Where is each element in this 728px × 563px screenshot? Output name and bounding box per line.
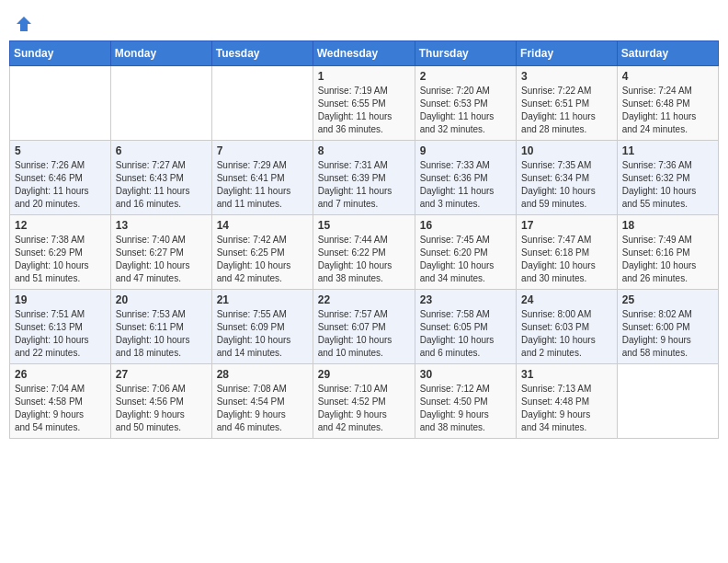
calendar-header-saturday: Saturday xyxy=(617,41,718,66)
header xyxy=(9,9,719,33)
day-info: Sunrise: 7:04 AM Sunset: 4:58 PM Dayligh… xyxy=(15,383,106,434)
calendar-cell: 25Sunrise: 8:02 AM Sunset: 6:00 PM Dayli… xyxy=(617,290,718,364)
logo-icon xyxy=(15,15,33,33)
calendar-cell: 11Sunrise: 7:36 AM Sunset: 6:32 PM Dayli… xyxy=(617,141,718,215)
calendar-cell: 23Sunrise: 7:58 AM Sunset: 6:05 PM Dayli… xyxy=(415,290,516,364)
calendar-cell: 17Sunrise: 7:47 AM Sunset: 6:18 PM Dayli… xyxy=(517,215,618,290)
day-number: 22 xyxy=(318,293,410,306)
calendar-cell: 4Sunrise: 7:24 AM Sunset: 6:48 PM Daylig… xyxy=(617,66,718,141)
calendar-week-3: 12Sunrise: 7:38 AM Sunset: 6:29 PM Dayli… xyxy=(10,215,719,290)
day-number: 19 xyxy=(15,293,106,306)
day-info: Sunrise: 7:19 AM Sunset: 6:55 PM Dayligh… xyxy=(318,85,410,136)
day-info: Sunrise: 7:47 AM Sunset: 6:18 PM Dayligh… xyxy=(521,234,612,285)
day-number: 26 xyxy=(15,368,106,381)
day-info: Sunrise: 7:57 AM Sunset: 6:07 PM Dayligh… xyxy=(318,308,410,360)
calendar-cell: 2Sunrise: 7:20 AM Sunset: 6:53 PM Daylig… xyxy=(415,66,516,141)
calendar-cell xyxy=(617,364,718,439)
calendar-cell: 16Sunrise: 7:45 AM Sunset: 6:20 PM Dayli… xyxy=(415,215,516,290)
calendar-cell: 9Sunrise: 7:33 AM Sunset: 6:36 PM Daylig… xyxy=(415,141,516,215)
calendar-cell: 1Sunrise: 7:19 AM Sunset: 6:55 PM Daylig… xyxy=(313,66,415,141)
calendar-cell: 22Sunrise: 7:57 AM Sunset: 6:07 PM Dayli… xyxy=(313,290,415,364)
day-number: 10 xyxy=(521,144,612,157)
day-number: 27 xyxy=(116,368,207,381)
day-info: Sunrise: 7:53 AM Sunset: 6:11 PM Dayligh… xyxy=(116,308,207,360)
day-number: 21 xyxy=(217,293,308,306)
day-info: Sunrise: 7:51 AM Sunset: 6:13 PM Dayligh… xyxy=(15,308,106,360)
calendar-cell: 31Sunrise: 7:13 AM Sunset: 4:48 PM Dayli… xyxy=(517,364,618,439)
day-info: Sunrise: 7:36 AM Sunset: 6:32 PM Dayligh… xyxy=(622,159,713,211)
day-number: 18 xyxy=(622,219,713,232)
day-number: 24 xyxy=(521,293,612,306)
day-info: Sunrise: 7:26 AM Sunset: 6:46 PM Dayligh… xyxy=(15,159,106,211)
calendar-cell: 5Sunrise: 7:26 AM Sunset: 6:46 PM Daylig… xyxy=(10,141,111,215)
day-info: Sunrise: 7:29 AM Sunset: 6:41 PM Dayligh… xyxy=(217,159,308,211)
day-info: Sunrise: 7:10 AM Sunset: 4:52 PM Dayligh… xyxy=(318,383,410,434)
calendar-cell: 21Sunrise: 7:55 AM Sunset: 6:09 PM Dayli… xyxy=(211,290,313,364)
calendar-header-thursday: Thursday xyxy=(415,41,516,66)
svg-marker-0 xyxy=(17,17,31,31)
day-info: Sunrise: 7:55 AM Sunset: 6:09 PM Dayligh… xyxy=(217,308,308,360)
calendar-cell: 19Sunrise: 7:51 AM Sunset: 6:13 PM Dayli… xyxy=(10,290,111,364)
calendar-cell: 27Sunrise: 7:06 AM Sunset: 4:56 PM Dayli… xyxy=(110,364,211,439)
calendar-cell: 6Sunrise: 7:27 AM Sunset: 6:43 PM Daylig… xyxy=(110,141,211,215)
day-info: Sunrise: 7:24 AM Sunset: 6:48 PM Dayligh… xyxy=(622,85,713,136)
day-info: Sunrise: 7:31 AM Sunset: 6:39 PM Dayligh… xyxy=(318,159,410,211)
calendar-cell: 29Sunrise: 7:10 AM Sunset: 4:52 PM Dayli… xyxy=(313,364,415,439)
day-number: 7 xyxy=(217,144,308,157)
calendar-week-5: 26Sunrise: 7:04 AM Sunset: 4:58 PM Dayli… xyxy=(10,364,719,439)
day-number: 23 xyxy=(420,293,511,306)
calendar-cell: 30Sunrise: 7:12 AM Sunset: 4:50 PM Dayli… xyxy=(415,364,516,439)
day-number: 2 xyxy=(420,70,511,83)
day-info: Sunrise: 7:38 AM Sunset: 6:29 PM Dayligh… xyxy=(15,234,106,285)
calendar-cell: 24Sunrise: 8:00 AM Sunset: 6:03 PM Dayli… xyxy=(517,290,618,364)
calendar-week-1: 1Sunrise: 7:19 AM Sunset: 6:55 PM Daylig… xyxy=(10,66,719,141)
calendar-cell: 3Sunrise: 7:22 AM Sunset: 6:51 PM Daylig… xyxy=(517,66,618,141)
day-info: Sunrise: 7:33 AM Sunset: 6:36 PM Dayligh… xyxy=(420,159,511,211)
calendar-cell: 14Sunrise: 7:42 AM Sunset: 6:25 PM Dayli… xyxy=(211,215,313,290)
day-number: 4 xyxy=(622,70,713,83)
day-number: 16 xyxy=(420,219,511,232)
day-number: 13 xyxy=(116,219,207,232)
day-number: 6 xyxy=(116,144,207,157)
day-number: 17 xyxy=(521,219,612,232)
calendar-cell: 28Sunrise: 7:08 AM Sunset: 4:54 PM Dayli… xyxy=(211,364,313,439)
day-info: Sunrise: 8:02 AM Sunset: 6:00 PM Dayligh… xyxy=(622,308,713,360)
day-info: Sunrise: 8:00 AM Sunset: 6:03 PM Dayligh… xyxy=(521,308,612,360)
calendar-header-sunday: Sunday xyxy=(10,41,111,66)
day-number: 3 xyxy=(521,70,612,83)
calendar-week-4: 19Sunrise: 7:51 AM Sunset: 6:13 PM Dayli… xyxy=(10,290,719,364)
day-number: 30 xyxy=(420,368,511,381)
day-info: Sunrise: 7:42 AM Sunset: 6:25 PM Dayligh… xyxy=(217,234,308,285)
calendar-cell: 15Sunrise: 7:44 AM Sunset: 6:22 PM Dayli… xyxy=(313,215,415,290)
day-number: 1 xyxy=(318,70,410,83)
day-info: Sunrise: 7:27 AM Sunset: 6:43 PM Dayligh… xyxy=(116,159,207,211)
day-info: Sunrise: 7:40 AM Sunset: 6:27 PM Dayligh… xyxy=(116,234,207,285)
day-number: 5 xyxy=(15,144,106,157)
day-number: 25 xyxy=(622,293,713,306)
day-number: 9 xyxy=(420,144,511,157)
day-info: Sunrise: 7:13 AM Sunset: 4:48 PM Dayligh… xyxy=(521,383,612,434)
calendar-cell: 10Sunrise: 7:35 AM Sunset: 6:34 PM Dayli… xyxy=(517,141,618,215)
day-number: 8 xyxy=(318,144,410,157)
calendar-cell: 26Sunrise: 7:04 AM Sunset: 4:58 PM Dayli… xyxy=(10,364,111,439)
day-info: Sunrise: 7:08 AM Sunset: 4:54 PM Dayligh… xyxy=(217,383,308,434)
day-info: Sunrise: 7:12 AM Sunset: 4:50 PM Dayligh… xyxy=(420,383,511,434)
day-number: 11 xyxy=(622,144,713,157)
calendar-cell: 13Sunrise: 7:40 AM Sunset: 6:27 PM Dayli… xyxy=(110,215,211,290)
day-info: Sunrise: 7:58 AM Sunset: 6:05 PM Dayligh… xyxy=(420,308,511,360)
day-info: Sunrise: 7:44 AM Sunset: 6:22 PM Dayligh… xyxy=(318,234,410,285)
calendar-cell xyxy=(10,66,111,141)
calendar: SundayMondayTuesdayWednesdayThursdayFrid… xyxy=(9,40,719,439)
day-number: 29 xyxy=(318,368,410,381)
day-info: Sunrise: 7:49 AM Sunset: 6:16 PM Dayligh… xyxy=(622,234,713,285)
day-info: Sunrise: 7:45 AM Sunset: 6:20 PM Dayligh… xyxy=(420,234,511,285)
day-info: Sunrise: 7:22 AM Sunset: 6:51 PM Dayligh… xyxy=(521,85,612,136)
calendar-cell xyxy=(211,66,313,141)
calendar-header-friday: Friday xyxy=(517,41,618,66)
day-info: Sunrise: 7:20 AM Sunset: 6:53 PM Dayligh… xyxy=(420,85,511,136)
day-number: 31 xyxy=(521,368,612,381)
calendar-week-2: 5Sunrise: 7:26 AM Sunset: 6:46 PM Daylig… xyxy=(10,141,719,215)
day-number: 14 xyxy=(217,219,308,232)
calendar-cell: 7Sunrise: 7:29 AM Sunset: 6:41 PM Daylig… xyxy=(211,141,313,215)
calendar-cell: 8Sunrise: 7:31 AM Sunset: 6:39 PM Daylig… xyxy=(313,141,415,215)
